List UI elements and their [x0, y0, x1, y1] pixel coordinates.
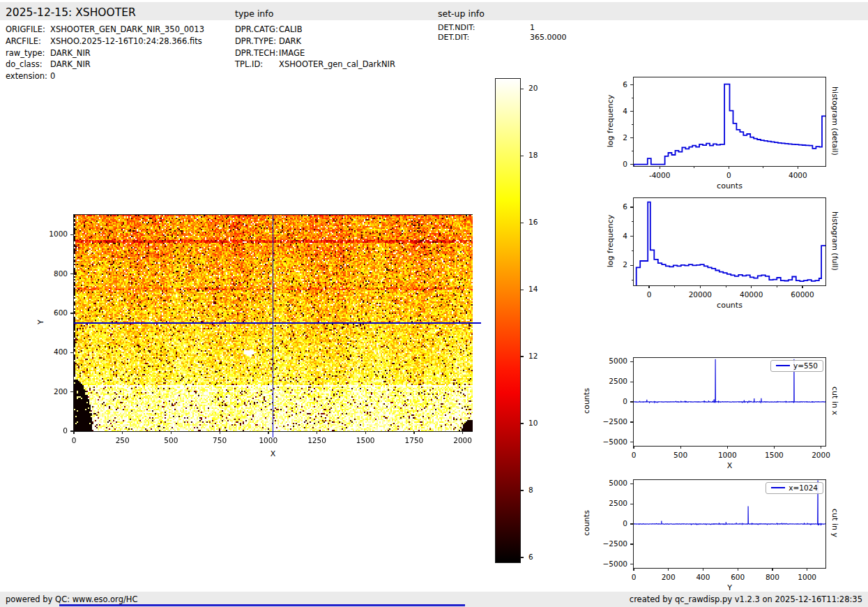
field-label: TPL.ID:: [235, 59, 279, 70]
x-axis-tick: [648, 285, 649, 288]
y-axis-tick: [630, 361, 633, 362]
y-axis-tick: [630, 382, 633, 382]
x-axis-tick-label: 1250: [300, 436, 335, 444]
colorbar-tick-label: 14: [528, 285, 549, 293]
histogram_detail-y-axis-label: log frequency: [606, 82, 615, 159]
x-axis-tick-label: 1750: [397, 436, 432, 444]
colorbar-tick-label: 20: [528, 84, 549, 92]
x-axis-tick-label: 750: [202, 436, 237, 444]
field-label: extension:: [6, 70, 50, 82]
y-axis-minor-tick: [632, 98, 634, 98]
x-axis-tick: [729, 166, 729, 169]
cut-in-y-plot: 02004006008001000500025000−2500−5000Ycou…: [633, 479, 826, 569]
x-axis-tick: [317, 431, 317, 434]
cut_in_x-y-axis-label: counts: [582, 363, 591, 440]
colorbar: 68101214161820: [495, 78, 521, 563]
histogram_detail-right-label: histogram (detail): [830, 79, 839, 163]
field-label: do_class:: [6, 59, 50, 70]
x-axis-tick: [633, 446, 634, 449]
file-info-block: ORIGFILE:XSHOOTER_GEN_DARK_NIR_350_0013 …: [6, 24, 204, 82]
legend-label: x=1024: [789, 484, 818, 492]
partial-next-plot-edge: [59, 604, 465, 606]
x-axis-tick-label: 1500: [753, 451, 795, 459]
x-axis-tick: [798, 166, 798, 169]
y-axis-tick: [630, 544, 633, 544]
cut_in_x-right-label: cut in x: [830, 359, 839, 443]
field-value: XSHOOTER_gen_cal_DarkNIR: [279, 59, 395, 69]
cut-in-x-plot: 0500100015002000500025000−2500−5000Xcoun…: [633, 357, 826, 447]
colorbar-tick-label: 18: [528, 151, 549, 159]
field-value: XSHOO.2025-12-16T10:24:28.366.fits: [50, 36, 202, 46]
field-value: 365.0000: [530, 33, 567, 42]
type-info-row: TPL.ID:XSHOOTER_gen_cal_DarkNIR: [235, 59, 395, 70]
crosshair-horizontal-line: [74, 322, 481, 324]
type-info-row: DPR.TYPE:DARK: [235, 36, 395, 47]
y-axis-tick: [630, 164, 633, 165]
histogram_full-y-axis-label: log frequency: [606, 202, 615, 279]
file-info-row: do_class:DARK_NIR: [6, 59, 204, 70]
file-info-row: ORIGFILE:XSHOOTER_GEN_DARK_NIR_350_0013: [6, 24, 204, 36]
y-axis-tick-label: −5000: [595, 437, 627, 446]
setup-info-row: DET.DIT:365.0000: [438, 33, 567, 43]
y-axis-tick: [630, 207, 633, 207]
y-axis-tick-label: 800: [40, 269, 68, 278]
x-axis-tick: [668, 568, 669, 571]
histogram-detail-plot: -4000040000246countslog frequencyhistogr…: [633, 77, 826, 167]
x-axis-tick: [680, 446, 681, 449]
footer-left-text: powered by QC: www.eso.org/HC: [6, 594, 137, 604]
y-axis-tick-label: 0: [595, 519, 627, 527]
field-value: 0: [50, 71, 55, 81]
colorbar-tick: [520, 223, 524, 223]
file-info-row: ARCFILE:XSHOO.2025-12-16T10:24:28.366.fi…: [6, 36, 204, 47]
colorbar-tick: [520, 290, 524, 290]
y-axis-tick: [630, 111, 633, 112]
x-axis-tick-label: 40000: [731, 290, 772, 299]
x-axis-tick-label: 0: [613, 451, 655, 459]
y-axis-minor-tick: [632, 280, 634, 280]
x-axis-tick: [268, 431, 268, 434]
colorbar-tick: [520, 89, 524, 89]
colorbar-tick: [520, 356, 524, 357]
colorbar-tick: [520, 490, 524, 490]
x-axis-tick: [738, 568, 738, 571]
y-axis-tick-label: 5000: [595, 357, 627, 365]
cut_in_y-right-label: cut in y: [830, 481, 839, 565]
qc-report-page: 2025-12-15: XSHOOTER type info set-up in…: [0, 0, 868, 607]
y-axis-tick-label: 0: [595, 397, 627, 405]
x-axis-minor-tick: [674, 285, 675, 287]
x-axis-tick: [774, 446, 775, 449]
y-axis-tick-label: −5000: [595, 560, 627, 568]
x-axis-tick-label: 2000: [446, 436, 480, 444]
y-axis-tick: [70, 313, 73, 313]
crosshair-vertical-line: [273, 215, 274, 437]
x-axis-tick-label: 1000: [251, 436, 286, 444]
x-axis-tick: [413, 431, 414, 434]
field-label: DPR.TYPE:: [235, 36, 279, 47]
y-axis-minor-tick: [632, 221, 634, 222]
field-label: DET.NDIT:: [438, 23, 530, 33]
x-axis-minor-tick: [777, 285, 777, 287]
histogram-full-plot: 0200004000060000246countslog frequencyhi…: [633, 197, 826, 286]
histogram_full-line: [634, 198, 825, 285]
cut_in_x-x-axis-label: X: [702, 461, 758, 470]
footer-right-text: created by qc_rawdisp.py v1.2.3 on 2025-…: [630, 594, 862, 604]
file-info-row: raw_type:DARK_NIR: [6, 47, 204, 59]
y-axis-tick: [70, 391, 73, 392]
x-axis-tick-label: 1000: [706, 451, 748, 459]
y-axis-tick-label: −2500: [595, 417, 627, 426]
y-axis-tick-label: 5000: [595, 479, 627, 487]
field-value: 1: [530, 23, 535, 32]
x-axis-tick-label: 2000: [800, 451, 842, 459]
x-axis-tick: [633, 568, 634, 571]
y-axis-tick-label: 1000: [40, 230, 68, 238]
file-info-row: extension:0: [6, 70, 204, 82]
y-axis-tick-label: 200: [40, 387, 68, 396]
legend-line-sample: [771, 487, 785, 488]
field-label: raw_type:: [6, 47, 50, 59]
x-axis-tick: [802, 285, 802, 288]
field-label: ARCFILE:: [6, 36, 50, 47]
x-axis-tick: [751, 285, 752, 288]
y-axis-tick: [630, 484, 633, 484]
histogram_full-x-axis-label: counts: [702, 301, 758, 310]
x-axis-tick-label: 1000: [786, 573, 828, 581]
